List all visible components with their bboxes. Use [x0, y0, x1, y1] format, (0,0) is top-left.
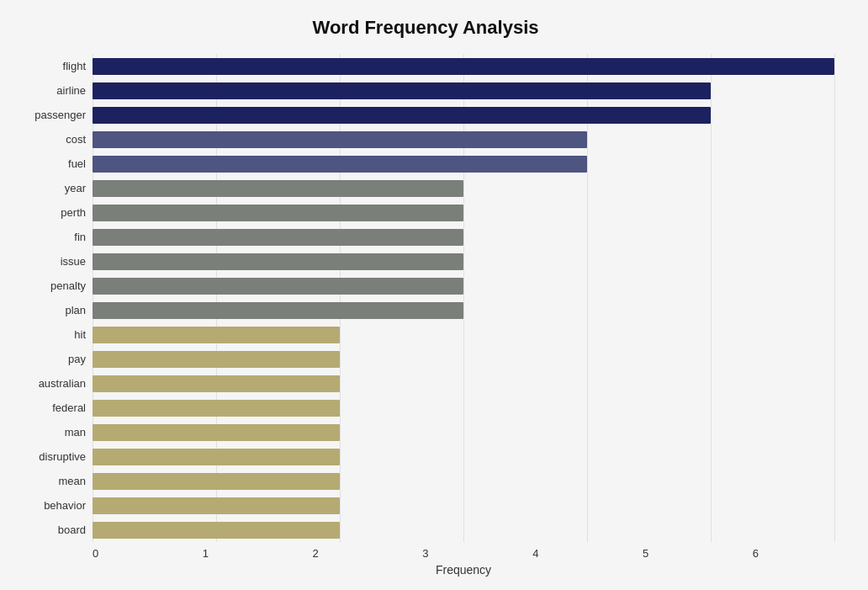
bar-row [93, 521, 834, 540]
y-label: perth [61, 207, 86, 218]
bar-row [93, 204, 834, 222]
bar-row [93, 472, 834, 491]
y-label: hit [74, 329, 86, 340]
y-axis-labels: flightairlinepassengercostfuelyearperthf… [17, 54, 93, 542]
x-tick: 2 [313, 547, 319, 560]
y-label: behavior [44, 500, 86, 511]
bar [93, 278, 463, 295]
bar [93, 375, 340, 392]
x-tick: 1 [203, 547, 209, 560]
bar [93, 205, 463, 221]
bar [93, 522, 340, 539]
y-label: pay [68, 353, 86, 364]
x-axis-container: 0123456 Frequency [93, 547, 834, 577]
y-label: issue [61, 256, 86, 267]
chart-area: flightairlinepassengercostfuelyearperthf… [17, 54, 834, 542]
bar [93, 327, 340, 343]
bar [93, 473, 340, 490]
bar-row [93, 106, 834, 125]
bar-row [93, 252, 834, 271]
bar [93, 180, 463, 197]
y-label: cost [66, 134, 86, 145]
y-label: mean [58, 476, 86, 486]
bar [93, 156, 587, 173]
bar-row [93, 228, 834, 247]
bar [93, 497, 340, 514]
bar-row [93, 350, 834, 369]
bar-row [93, 130, 834, 149]
bar [93, 400, 340, 417]
x-tick: 6 [753, 547, 759, 560]
bar-row [93, 326, 834, 344]
bar [93, 107, 711, 124]
y-label: airline [56, 85, 86, 96]
bar-row [93, 301, 834, 320]
bar-row [93, 179, 834, 198]
bars-and-grid [93, 54, 834, 542]
grid-line [834, 54, 835, 542]
chart-title: Word Frequency Analysis [17, 17, 834, 39]
x-tick: 0 [93, 547, 98, 560]
bar-row [93, 399, 834, 417]
x-axis-ticks: 0123456 [93, 547, 759, 560]
chart-container: Word Frequency Analysis flightairlinepas… [0, 0, 868, 590]
bar [93, 82, 711, 99]
bar [93, 131, 587, 148]
bar-row [93, 82, 834, 100]
bar [93, 449, 340, 465]
y-label: year [65, 183, 86, 194]
y-label: board [58, 524, 86, 535]
x-tick: 5 [643, 547, 648, 560]
bar [93, 424, 340, 441]
bar-row [93, 155, 834, 173]
bar-row [93, 497, 834, 515]
bar-row [93, 448, 834, 466]
y-label: plan [65, 305, 86, 316]
bar [93, 253, 463, 270]
bar-row [93, 57, 834, 76]
y-label: man [65, 427, 86, 438]
x-tick: 4 [532, 547, 538, 560]
bar [93, 229, 463, 246]
y-label: flight [63, 61, 86, 72]
y-label: penalty [50, 280, 86, 291]
y-label: passenger [34, 109, 86, 120]
x-axis-label: Frequency [93, 563, 834, 577]
x-axis-area: 0123456 Frequency [17, 547, 834, 577]
bar [93, 351, 340, 368]
y-label: fin [74, 231, 86, 242]
y-label: fuel [68, 158, 86, 169]
y-label: federal [52, 402, 86, 413]
bars-wrapper [93, 54, 834, 542]
y-label: disruptive [39, 451, 86, 462]
bar [93, 58, 834, 75]
x-tick: 3 [422, 547, 428, 560]
bar-row [93, 423, 834, 442]
bar [93, 302, 463, 319]
y-label: australian [39, 378, 86, 389]
bar-row [93, 277, 834, 295]
bar-row [93, 375, 834, 393]
